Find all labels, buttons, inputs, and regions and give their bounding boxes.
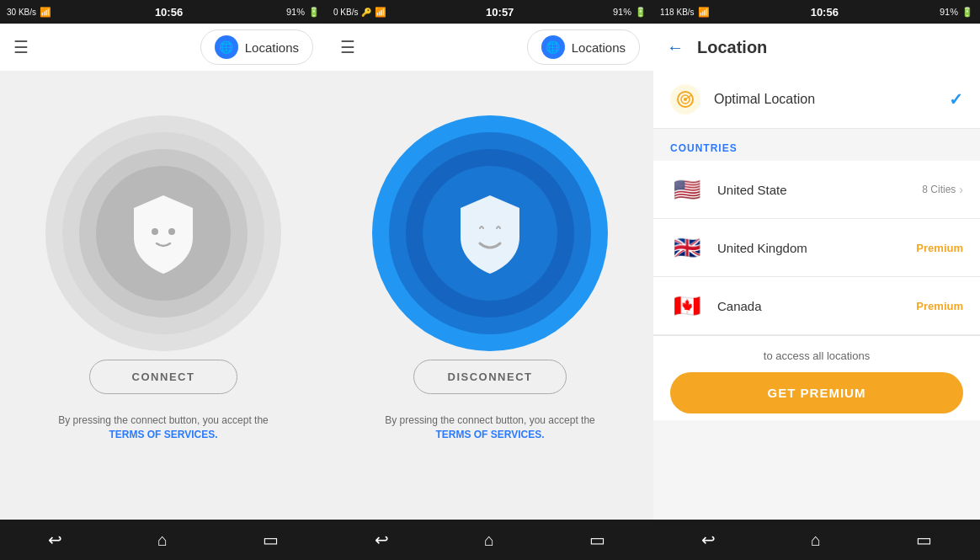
- get-premium-button[interactable]: GET PREMIUM: [670, 372, 963, 413]
- bottom-nav-3: ↩ ⌂ ▭: [653, 520, 980, 560]
- panel-disconnected: 30 KB/s 📶 10:56 91% 🔋 ☰ 🌐 Locations: [0, 0, 327, 560]
- flag-us: 🇺🇸: [670, 173, 704, 206]
- battery-text-1: 91%: [286, 7, 305, 17]
- terms-text-2: By pressing the connect button, you acce…: [385, 414, 595, 426]
- country-row-uk[interactable]: 🇬🇧 United Kingdom Premium: [653, 219, 980, 277]
- home-nav-icon-1[interactable]: ⌂: [157, 531, 168, 550]
- speed-indicator-2: 0 KB/s: [333, 8, 358, 17]
- main-content-1: CONNECT By pressing the connect button, …: [0, 71, 327, 520]
- shield-button-disconnected[interactable]: [79, 149, 248, 317]
- countries-header: COUNTRIES: [653, 129, 980, 161]
- home-nav-icon-3[interactable]: ⌂: [811, 531, 821, 550]
- back-nav-icon-3[interactable]: ↩: [701, 530, 716, 550]
- battery-icon-2: 🔋: [635, 7, 647, 18]
- country-name-uk: United Kingdom: [717, 241, 916, 255]
- status-bar-right-2: 91% 🔋: [613, 7, 647, 18]
- locations-label-1: Locations: [245, 40, 299, 55]
- hamburger-menu-icon[interactable]: ☰: [13, 37, 29, 57]
- battery-text-3: 91%: [940, 7, 958, 17]
- location-list: Optimal Location ✓ COUNTRIES 🇺🇸 United S…: [653, 71, 980, 520]
- connect-button[interactable]: CONNECT: [89, 360, 238, 394]
- signal-icon-3: 📶: [698, 7, 710, 18]
- signal-icon: 📶: [40, 7, 51, 18]
- status-bar-time-2: 10:57: [486, 6, 514, 19]
- shield-button-connected[interactable]: [406, 149, 574, 317]
- flag-ca: 🇨🇦: [670, 289, 704, 323]
- terms-link-1[interactable]: TERMS OF SERVICES.: [109, 429, 217, 440]
- battery-icon-1: 🔋: [308, 7, 320, 18]
- speed-indicator-1: 30 KB/s: [7, 8, 36, 17]
- main-content-2: DISCONNECT By pressing the connect butto…: [327, 71, 653, 520]
- back-button[interactable]: ←: [667, 38, 684, 57]
- panel-connected: 0 KB/s 🔑 📶 10:57 91% 🔋 ☰ 🌐 Locations: [327, 0, 653, 560]
- hamburger-menu-icon-2[interactable]: ☰: [340, 37, 355, 57]
- status-bar-2: 0 KB/s 🔑 📶 10:57 91% 🔋: [327, 0, 653, 24]
- recents-nav-icon-2[interactable]: ▭: [589, 530, 605, 550]
- status-bar-left-1: 30 KB/s 📶: [7, 7, 51, 18]
- status-bar-right-3: 91% 🔋: [940, 7, 973, 18]
- status-bar-time-1: 10:56: [155, 6, 183, 19]
- country-name-us: United State: [717, 183, 922, 197]
- cities-badge-us: 8 Cities: [922, 184, 956, 195]
- shield-inner-circle-2: [423, 166, 557, 301]
- svg-point-0: [152, 228, 158, 235]
- flag-uk: 🇬🇧: [670, 231, 704, 264]
- radar-icon: [676, 90, 695, 109]
- premium-cta-section: to access all locations GET PREMIUM: [653, 335, 980, 420]
- premium-cta-text: to access all locations: [670, 349, 963, 362]
- premium-badge-ca: Premium: [916, 300, 963, 312]
- top-nav-1: ☰ 🌐 Locations: [0, 24, 327, 71]
- terms-area-2: By pressing the connect button, you acce…: [368, 414, 612, 441]
- location-top-nav: ← Location: [653, 24, 980, 71]
- globe-icon-2: 🌐: [541, 35, 565, 59]
- globe-icon-1: 🌐: [215, 35, 238, 59]
- speed-indicator-3: 118 KB/s: [660, 8, 695, 17]
- locations-button-2[interactable]: 🌐 Locations: [527, 29, 640, 65]
- status-bar-1: 30 KB/s 📶 10:56 91% 🔋: [0, 0, 327, 24]
- recents-nav-icon-1[interactable]: ▭: [263, 530, 279, 550]
- terms-link-2[interactable]: TERMS OF SERVICES.: [435, 429, 544, 440]
- status-bar-left-2: 0 KB/s 🔑 📶: [333, 7, 386, 18]
- disconnect-button[interactable]: DISCONNECT: [413, 360, 567, 394]
- vpn-icon: 🔑: [361, 8, 371, 17]
- signal-icon-2: 📶: [375, 7, 386, 18]
- shield-inner-circle-1: [96, 166, 231, 301]
- country-row-us[interactable]: 🇺🇸 United State 8 Cities ›: [653, 161, 980, 219]
- country-row-ca[interactable]: 🇨🇦 Canada Premium: [653, 277, 980, 335]
- panel-location-list: 118 KB/s 📶 10:56 91% 🔋 ← Location Optima: [653, 0, 980, 560]
- back-nav-icon-2[interactable]: ↩: [375, 530, 389, 550]
- recents-nav-icon-3[interactable]: ▭: [916, 530, 932, 550]
- terms-text-1: By pressing the connect button, you acce…: [58, 414, 269, 426]
- back-nav-icon-1[interactable]: ↩: [48, 530, 62, 550]
- battery-text-2: 91%: [613, 7, 631, 17]
- bottom-nav-2: ↩ ⌂ ▭: [327, 520, 653, 560]
- svg-point-1: [168, 228, 175, 235]
- country-name-ca: Canada: [717, 299, 916, 313]
- bottom-nav-1: ↩ ⌂ ▭: [0, 520, 327, 560]
- status-bar-right-1: 91% 🔋: [286, 7, 320, 18]
- check-icon: ✓: [949, 89, 963, 109]
- locations-label-2: Locations: [572, 40, 626, 55]
- optimal-location-label: Optimal Location: [714, 92, 949, 107]
- chevron-right-icon-us: ›: [959, 183, 963, 196]
- home-nav-icon-2[interactable]: ⌂: [484, 531, 494, 550]
- status-bar-left-3: 118 KB/s 📶: [660, 7, 710, 18]
- optimal-location-icon: [670, 84, 700, 115]
- status-bar-3: 118 KB/s 📶 10:56 91% 🔋: [653, 0, 980, 24]
- location-page-title: Location: [697, 38, 767, 57]
- shield-svg-disconnected: [125, 191, 201, 275]
- premium-badge-uk: Premium: [916, 242, 963, 254]
- optimal-location-row[interactable]: Optimal Location ✓: [653, 71, 980, 129]
- top-nav-2: ☰ 🌐 Locations: [327, 24, 653, 71]
- terms-area-1: By pressing the connect button, you acce…: [41, 414, 285, 441]
- battery-icon-3: 🔋: [961, 7, 973, 18]
- shield-svg-connected: [452, 191, 528, 275]
- locations-button-1[interactable]: 🌐 Locations: [200, 29, 313, 65]
- status-bar-time-3: 10:56: [811, 6, 839, 19]
